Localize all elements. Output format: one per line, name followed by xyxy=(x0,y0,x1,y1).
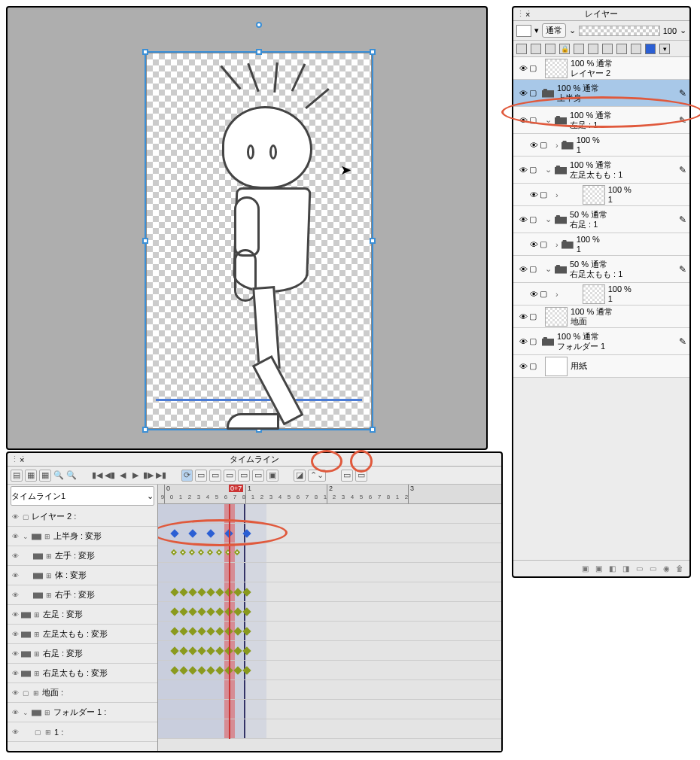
plus-icon[interactable]: ⊞ xyxy=(32,630,41,639)
tool-icon[interactable] xyxy=(602,44,613,54)
transform-handle[interactable] xyxy=(256,49,262,55)
tool-icon[interactable]: ▭ xyxy=(355,470,367,482)
last-frame-icon[interactable]: ▶▮ xyxy=(156,470,166,482)
track-row[interactable] xyxy=(158,641,501,661)
tool-icon[interactable]: ▭ xyxy=(634,564,644,574)
tool-icon[interactable]: ▦ xyxy=(39,470,51,482)
disclosure-icon[interactable]: ⌄ xyxy=(545,115,552,125)
dropdown-icon[interactable]: ▾ xyxy=(534,26,539,35)
track-label-row[interactable]: 👁⊞右足太もも : 変形 xyxy=(8,664,157,683)
visibility-icon[interactable]: 👁 xyxy=(519,312,528,321)
layer-row[interactable]: 👁▢用紙 xyxy=(513,355,689,378)
track-label-row[interactable]: 👁▢⊞地面 : xyxy=(8,683,157,703)
disclosure-icon[interactable]: ⌄ xyxy=(21,708,30,717)
tool-icon[interactable] xyxy=(588,44,598,54)
track-row[interactable] xyxy=(158,700,501,719)
disclosure-icon[interactable]: ⌄ xyxy=(545,264,552,274)
tool-icon[interactable]: ▣ xyxy=(266,470,278,482)
stepper-icon[interactable]: ⌄ xyxy=(680,26,686,35)
visibility-icon[interactable]: 👁 xyxy=(11,571,20,580)
prev-frame-icon[interactable]: ◀▮ xyxy=(105,470,115,482)
transform-handle[interactable] xyxy=(142,49,148,55)
new-timeline-icon[interactable]: ▤ xyxy=(11,470,23,482)
plus-icon[interactable]: ⊞ xyxy=(32,649,41,658)
plus-icon[interactable]: ⊞ xyxy=(44,552,53,561)
checkbox-icon[interactable]: ▢ xyxy=(529,63,537,73)
play-back-icon[interactable]: ◀ xyxy=(117,470,128,482)
visibility-icon[interactable]: 👁 xyxy=(11,689,20,698)
layer-row[interactable]: 👁▢⌄50 % 通常右足太もも : 1✎ xyxy=(513,256,689,283)
opacity-slider[interactable] xyxy=(579,26,660,36)
timeline-track-area[interactable]: 0+7 01239012345678123456781234567812 xyxy=(158,485,501,751)
transform-handle[interactable] xyxy=(370,238,376,244)
checkbox-icon[interactable]: ▢ xyxy=(529,214,537,224)
visibility-icon[interactable]: 👁 xyxy=(519,362,528,371)
tool-icon[interactable]: ▭ xyxy=(195,470,207,482)
tool-icon[interactable]: ▭ xyxy=(341,470,353,482)
artboard[interactable] xyxy=(146,53,372,429)
transform-rotate-handle[interactable] xyxy=(256,22,262,28)
tool-icon[interactable]: ▭ xyxy=(238,470,250,482)
track-row[interactable] xyxy=(158,543,501,563)
first-frame-icon[interactable]: ▮◀ xyxy=(92,470,102,482)
visibility-icon[interactable]: 👁 xyxy=(11,591,20,600)
timeline-name-select[interactable]: タイムライン1 ⌄ xyxy=(11,486,154,506)
tool-icon[interactable]: ◉ xyxy=(661,564,671,574)
tool-icon[interactable]: ▦ xyxy=(25,470,37,482)
plus-icon[interactable]: ⊞ xyxy=(32,669,41,678)
visibility-icon[interactable]: 👁 xyxy=(11,532,20,541)
tool-icon[interactable] xyxy=(516,44,527,54)
onion-skin-icon[interactable]: ◪ xyxy=(294,470,306,482)
checkbox-icon[interactable]: ▢ xyxy=(529,361,537,371)
checkbox-icon[interactable]: ▢ xyxy=(529,312,537,321)
visibility-icon[interactable]: 👁 xyxy=(11,512,20,521)
plus-icon[interactable]: ⊞ xyxy=(44,591,53,600)
track-label-row[interactable]: 👁⌄⊞フォルダー 1 : xyxy=(8,703,157,722)
visibility-icon[interactable]: 👁 xyxy=(519,89,528,98)
track-row[interactable] xyxy=(158,563,501,582)
track-row[interactable] xyxy=(158,680,501,700)
visibility-icon[interactable]: 👁 xyxy=(530,240,538,249)
track-label-row[interactable]: 👁⊞体 : 変形 xyxy=(8,566,157,585)
track-label-row[interactable]: 👁⌄⊞上半身 : 変形 xyxy=(8,527,157,546)
grip-icon[interactable]: ⋮⋮ xyxy=(516,9,533,19)
layer-row[interactable]: 👁▢⌄100 % 通常左足太もも : 1✎ xyxy=(513,157,689,184)
stepper-icon[interactable]: ⌃⌄ xyxy=(308,470,326,482)
visibility-icon[interactable]: 👁 xyxy=(530,190,538,199)
trash-icon[interactable]: 🗑 xyxy=(674,564,685,574)
plus-icon[interactable]: ⊞ xyxy=(32,689,41,698)
track-row[interactable] xyxy=(158,602,501,622)
visibility-icon[interactable]: 👁 xyxy=(519,337,528,346)
tool-icon[interactable] xyxy=(645,44,656,54)
track-row[interactable] xyxy=(158,582,501,602)
track-row[interactable] xyxy=(158,622,501,641)
play-icon[interactable]: ▶ xyxy=(130,470,141,482)
tool-icon[interactable] xyxy=(616,44,627,54)
layer-row[interactable]: 👁▢100 % 通常地面 xyxy=(513,306,689,328)
track-label-row[interactable]: 👁⊞左足太もも : 変形 xyxy=(8,625,157,644)
close-icon[interactable]: × xyxy=(525,10,530,19)
visibility-icon[interactable]: 👁 xyxy=(519,116,528,125)
visibility-icon[interactable]: 👁 xyxy=(11,728,20,737)
layer-row[interactable]: 👁▢100 % 通常上半身✎ xyxy=(513,80,689,107)
layer-row[interactable]: 👁▢›100 %1 xyxy=(513,134,689,157)
tool-icon[interactable]: ▭ xyxy=(209,470,221,482)
transform-handle[interactable] xyxy=(142,238,148,244)
dropdown-icon[interactable]: ▾ xyxy=(659,44,670,54)
stepper-icon[interactable]: ⌄ xyxy=(569,26,576,35)
tool-icon[interactable]: ▭ xyxy=(224,470,236,482)
canvas-panel[interactable]: ➤ xyxy=(6,6,488,450)
tool-icon[interactable] xyxy=(574,44,584,54)
visibility-icon[interactable]: 👁 xyxy=(11,649,20,658)
plus-icon[interactable]: ⊞ xyxy=(43,708,52,717)
transform-handle[interactable] xyxy=(142,427,148,433)
visibility-icon[interactable]: 👁 xyxy=(519,215,528,224)
visibility-icon[interactable]: 👁 xyxy=(519,64,528,73)
new-layer-icon[interactable]: ▣ xyxy=(580,564,590,574)
track-label-row[interactable]: 👁▢レイヤー 2 : xyxy=(8,507,157,527)
playhead[interactable] xyxy=(229,504,230,739)
color-swatch[interactable] xyxy=(516,25,531,37)
visibility-icon[interactable]: 👁 xyxy=(11,552,20,561)
blend-mode-select[interactable]: 通常 xyxy=(542,23,566,38)
visibility-icon[interactable]: 👁 xyxy=(519,166,528,175)
